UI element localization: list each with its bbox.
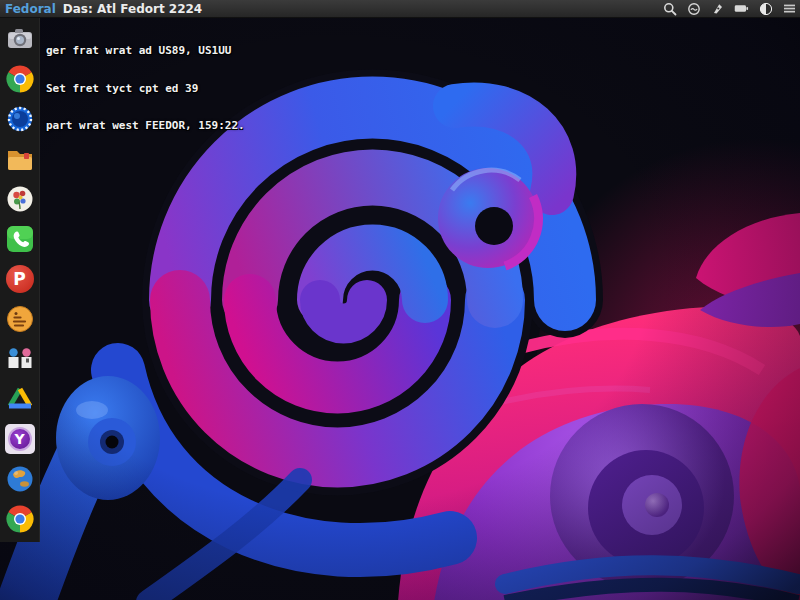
camera-icon bbox=[5, 24, 35, 54]
top-bar: Fedoral Das: Atl Fedort 2224 bbox=[0, 0, 800, 18]
system-tray bbox=[662, 1, 797, 16]
activities-button[interactable]: Fedoral bbox=[5, 0, 56, 18]
chat-icon[interactable] bbox=[686, 1, 701, 16]
pinterest-icon: P bbox=[6, 265, 34, 293]
menu-icon[interactable] bbox=[782, 1, 797, 16]
dock-item-camera[interactable] bbox=[4, 23, 36, 55]
contacts-icon bbox=[5, 344, 35, 374]
dock-item-yahoo[interactable]: Y bbox=[4, 423, 36, 455]
battery-icon[interactable] bbox=[734, 1, 749, 16]
dock-item-globe-network[interactable] bbox=[4, 103, 36, 135]
folder-icon bbox=[5, 144, 35, 174]
desktop-screen: Fedoral Das: Atl Fedort 2224 bbox=[0, 0, 800, 600]
chrome-icon bbox=[5, 504, 35, 534]
pinterest-letter: P bbox=[13, 269, 25, 289]
top-bar-left: Fedoral Das: Atl Fedort 2224 bbox=[5, 0, 202, 18]
dock-item-earth-browser[interactable] bbox=[4, 463, 36, 495]
dock-item-google-drive[interactable] bbox=[4, 383, 36, 415]
dock-item-phone[interactable] bbox=[4, 223, 36, 255]
google-drive-icon bbox=[5, 384, 35, 414]
dock: P bbox=[0, 18, 40, 542]
pen-icon[interactable] bbox=[710, 1, 725, 16]
earth-browser-icon bbox=[5, 464, 35, 494]
search-icon[interactable] bbox=[662, 1, 677, 16]
overlay-line-3: part wrat west FEEDOR, 159:22. bbox=[46, 120, 245, 133]
dock-item-chrome[interactable] bbox=[4, 63, 36, 95]
dock-item-photos[interactable] bbox=[4, 183, 36, 215]
chrome-icon bbox=[5, 64, 35, 94]
yahoo-letter: Y bbox=[14, 431, 24, 447]
overlay-line-2: Set fret tyct cpt ed 39 bbox=[46, 83, 245, 96]
photos-icon bbox=[5, 184, 35, 214]
clock-icon[interactable] bbox=[758, 1, 773, 16]
dock-item-chrome-2[interactable] bbox=[4, 503, 36, 535]
globe-network-icon bbox=[5, 104, 35, 134]
dock-item-pinterest[interactable]: P bbox=[4, 263, 36, 295]
overlay-line-1: ger frat wrat ad US89, US1UU bbox=[46, 45, 245, 58]
dock-item-emoji[interactable] bbox=[4, 303, 36, 335]
phone-icon bbox=[5, 224, 35, 254]
yahoo-icon: Y bbox=[5, 424, 35, 454]
dock-item-files[interactable] bbox=[4, 143, 36, 175]
dock-item-contacts[interactable] bbox=[4, 343, 36, 375]
desktop-overlay-text: ger frat wrat ad US89, US1UU Set fret ty… bbox=[46, 20, 245, 158]
focused-app-title[interactable]: Das: Atl Fedort 2224 bbox=[63, 0, 202, 18]
emoji-icon bbox=[5, 304, 35, 334]
